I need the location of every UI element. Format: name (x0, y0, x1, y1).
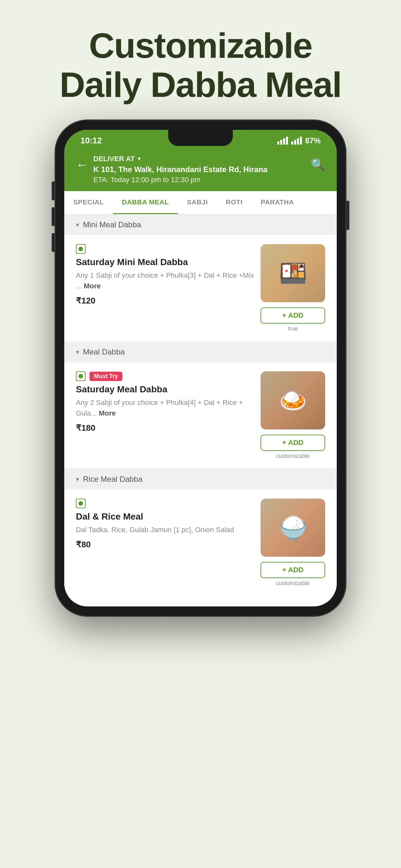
item-details-2: Must Try Saturday Meal Dabba Any 2 Sabji… (76, 371, 254, 460)
section-mini-meal: ▾ Mini Meal Dabba Saturday Mini Meal Dab… (64, 214, 337, 342)
tab-special[interactable]: SPECIAL (64, 191, 113, 214)
add-button-3[interactable]: + ADD (260, 562, 325, 578)
menu-item-saturday-meal: Must Try Saturday Meal Dabba Any 2 Sabji… (64, 362, 337, 469)
veg-indicator-1 (76, 244, 86, 254)
customizable-label-1: true (260, 326, 325, 332)
eta-text: ETA: Today 12:00 pm to 12:30 pm (93, 176, 305, 184)
veg-indicator-3 (76, 499, 86, 508)
item-image-wrap-2: 🍛 + ADD customizable (260, 371, 325, 460)
add-button-1[interactable]: + ADD (260, 307, 325, 323)
search-icon[interactable]: 🔍 (311, 158, 325, 172)
app-header: ← DELIVER AT ▼ K 101, The Walk, Hiranand… (64, 150, 337, 191)
section-rice-meal: ▾ Rice Meal Dabba Dal & Rice Meal Dal Ta… (64, 469, 337, 607)
item-image-wrap-3: 🍚 + ADD customizable (260, 499, 325, 587)
hero-title: Customizable Daily Dabba Meal (19, 26, 382, 104)
notch (168, 130, 233, 146)
back-button[interactable]: ← (76, 158, 88, 172)
item-details-3: Dal & Rice Meal Dal Tadka, Rice, Gulab J… (76, 499, 254, 587)
status-bar: 10:12 87% (64, 130, 337, 150)
section-title-rice: Rice Meal Dabba (83, 475, 143, 484)
item-image-1: 🍱 (260, 244, 325, 302)
item-desc-1: Any 1 Sabji of your choice + Phulka[3] +… (76, 270, 254, 291)
chevron-down-icon: ▾ (76, 221, 79, 228)
header-address: DELIVER AT ▼ K 101, The Walk, Hiranandan… (93, 155, 305, 184)
phone-wrapper: 10:12 87% (55, 120, 346, 616)
item-details-1: Saturday Mini Meal Dabba Any 1 Sabji of … (76, 244, 254, 332)
battery-level: 87% (305, 136, 320, 145)
menu-item-saturday-mini: Saturday Mini Meal Dabba Any 1 Sabji of … (64, 235, 337, 342)
item-image-3: 🍚 (260, 499, 325, 557)
tab-sabji[interactable]: SABJI (178, 191, 217, 214)
section-meal: ▾ Meal Dabba Must Try Saturday Meal Dabb… (64, 342, 337, 469)
section-title-meal: Meal Dabba (83, 347, 125, 356)
menu-item-dal-rice: Dal & Rice Meal Dal Tadka, Rice, Gulab J… (64, 490, 337, 607)
item-image-wrap-1: 🍱 + ADD true (260, 244, 325, 332)
section-header-meal: ▾ Meal Dabba (64, 342, 337, 362)
status-icons: 87% (277, 136, 320, 145)
section-title-mini: Mini Meal Dabba (83, 220, 141, 229)
customizable-label-3: customizable (260, 580, 325, 587)
veg-indicator-2 (76, 371, 86, 381)
more-link-1[interactable]: More (84, 282, 101, 290)
dropdown-arrow-icon: ▼ (136, 156, 142, 162)
chevron-down-icon-3: ▾ (76, 475, 79, 483)
status-time: 10:12 (81, 135, 102, 146)
phone-frame: 10:12 87% (55, 120, 346, 616)
item-price-3: ₹80 (76, 539, 254, 550)
must-try-badge: Must Try (89, 372, 122, 381)
chevron-down-icon-2: ▾ (76, 348, 79, 356)
tab-dabba-meal[interactable]: DABBA MEAL (113, 191, 178, 214)
customizable-label-2: customizable (260, 453, 325, 460)
phone-screen: 10:12 87% (64, 130, 337, 607)
item-name-3: Dal & Rice Meal (76, 512, 254, 522)
item-name-2: Saturday Meal Dabba (76, 384, 254, 395)
tab-roti[interactable]: ROTI (217, 191, 251, 214)
tab-paratha[interactable]: PARATHA (251, 191, 303, 214)
section-header-rice: ▾ Rice Meal Dabba (64, 469, 337, 490)
item-desc-2: Any 2 Sabji of your choice + Phulka[4] +… (76, 397, 254, 418)
add-button-2[interactable]: + ADD (260, 435, 325, 451)
item-price-1: ₹120 (76, 296, 254, 306)
section-header-mini: ▾ Mini Meal Dabba (64, 214, 337, 235)
item-desc-3: Dal Tadka, Rice, Gulab Jamun [1 pc], Oni… (76, 524, 254, 535)
item-name-1: Saturday Mini Meal Dabba (76, 257, 254, 268)
hero-section: Customizable Daily Dabba Meal (0, 0, 401, 120)
item-image-2: 🍛 (260, 371, 325, 430)
deliver-at-label: DELIVER AT ▼ (93, 155, 305, 163)
more-link-2[interactable]: More (99, 409, 116, 417)
address-text: K 101, The Walk, Hiranandani Estate Rd, … (93, 164, 305, 175)
tab-bar: SPECIAL DABBA MEAL SABJI ROTI PARATHA (64, 191, 337, 214)
item-price-2: ₹180 (76, 423, 254, 433)
